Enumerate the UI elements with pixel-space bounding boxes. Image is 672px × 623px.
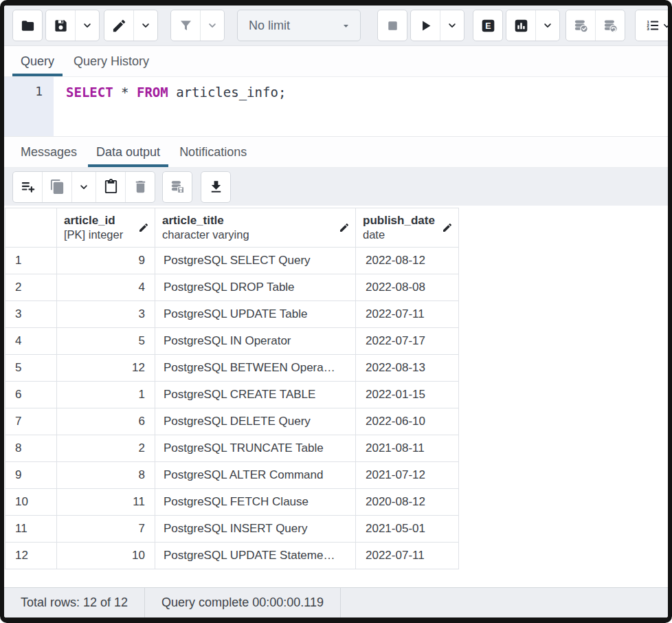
row-number-cell[interactable]: 6: [5, 382, 57, 408]
screenshot-frame: No limitE123 Query Query History 1 SELEC…: [0, 0, 672, 623]
article-id-cell[interactable]: 4: [57, 274, 155, 301]
publish-date-cell[interactable]: 2022-08-12: [356, 248, 459, 274]
article-title-cell[interactable]: PostgreSQL FETCH Clause: [155, 489, 356, 516]
row-number-cell[interactable]: 12: [5, 543, 57, 569]
row-number-cell[interactable]: 10: [5, 489, 57, 516]
publish-date-cell[interactable]: 2022-08-08: [356, 274, 459, 301]
row-number-cell[interactable]: 5: [5, 355, 57, 382]
publish-date-cell[interactable]: 2022-07-17: [356, 328, 459, 355]
tab-data-output[interactable]: Data output: [87, 137, 170, 167]
play-icon: [418, 18, 434, 34]
article-title-cell[interactable]: PostgreSQL UPDATE Table: [155, 301, 356, 328]
article-title-cell[interactable]: PostgreSQL BETWEEN Opera…: [155, 355, 356, 382]
table-row: 45PostgreSQL IN Operator2022-07-17: [5, 328, 459, 355]
paste-icon: [103, 179, 119, 195]
row-number-cell[interactable]: 9: [5, 462, 57, 489]
column-header-article-id[interactable]: article_id [PK] integer: [57, 208, 155, 248]
explain-button[interactable]: E: [473, 10, 502, 41]
row-number-cell[interactable]: 3: [5, 301, 57, 328]
column-header-publish-date[interactable]: publish_date date: [356, 208, 459, 248]
article-id-cell[interactable]: 7: [57, 516, 155, 543]
download-button[interactable]: [201, 172, 230, 202]
edit-button[interactable]: [104, 10, 133, 41]
publish-date-cell[interactable]: 2022-06-10: [356, 408, 459, 435]
tab-messages[interactable]: Messages: [11, 137, 87, 167]
chevron-down-icon: [661, 20, 668, 32]
article-id-cell[interactable]: 5: [57, 328, 155, 355]
tab-query-history[interactable]: Query History: [64, 46, 159, 76]
delete-button[interactable]: [125, 172, 155, 202]
article-id-cell[interactable]: 6: [57, 408, 155, 435]
article-id-cell[interactable]: 9: [57, 248, 155, 274]
open-file-button[interactable]: [13, 10, 42, 41]
execute-button[interactable]: [411, 10, 440, 41]
tab-notifications[interactable]: Notifications: [170, 137, 256, 167]
publish-date-cell[interactable]: 2022-07-11: [356, 543, 459, 569]
article-id-cell[interactable]: 1: [57, 382, 155, 408]
paste-button[interactable]: [96, 172, 125, 202]
article-id-cell[interactable]: 10: [57, 543, 155, 569]
publish-date-cell[interactable]: 2022-07-11: [356, 301, 459, 328]
article-id-cell[interactable]: 2: [57, 435, 155, 462]
article-title-cell[interactable]: PostgreSQL DROP Table: [155, 274, 356, 301]
column-type: date: [363, 228, 435, 242]
select-all-corner[interactable]: [5, 208, 57, 248]
row-limit-select[interactable]: No limit: [237, 10, 361, 41]
folder-icon: [20, 18, 36, 34]
column-header-article-title[interactable]: article_title character varying: [155, 208, 356, 248]
publish-date-cell[interactable]: 2021-05-01: [356, 516, 459, 543]
explain-menu-button[interactable]: [535, 10, 559, 41]
article-title-cell[interactable]: PostgreSQL IN Operator: [155, 328, 356, 355]
query-complete-status: Query complete 00:00:00.119: [145, 588, 341, 617]
rollback-button[interactable]: [595, 10, 625, 41]
tab-label: Notifications: [179, 145, 247, 160]
chevron-down-icon: [81, 19, 93, 32]
rollback-icon: [603, 18, 618, 34]
article-title-cell[interactable]: PostgreSQL TRUNCATE Table: [155, 435, 356, 462]
filter-menu-button[interactable]: [200, 10, 224, 41]
edit-column-icon[interactable]: [336, 222, 350, 233]
tab-query[interactable]: Query: [11, 46, 64, 76]
row-number-cell[interactable]: 8: [5, 435, 57, 462]
explain-analyze-button[interactable]: [506, 10, 535, 41]
sql-code[interactable]: SELECT * FROM articles_info;: [54, 77, 286, 136]
article-id-cell[interactable]: 8: [57, 462, 155, 489]
copy-button[interactable]: [42, 172, 71, 202]
save-menu-button[interactable]: [75, 10, 99, 41]
execute-group: [410, 10, 464, 41]
article-title-cell[interactable]: PostgreSQL SELECT Query: [155, 248, 356, 274]
article-title-cell[interactable]: PostgreSQL CREATE TABLE: [155, 382, 356, 408]
stop-button[interactable]: [378, 10, 407, 41]
publish-date-cell[interactable]: 2022-01-15: [356, 382, 459, 408]
add-row-button[interactable]: [13, 172, 42, 202]
row-number-cell[interactable]: 4: [5, 328, 57, 355]
article-id-cell[interactable]: 11: [57, 489, 155, 516]
article-title-cell[interactable]: PostgreSQL DELETE Query: [155, 408, 356, 435]
filter-button[interactable]: [171, 10, 200, 41]
article-title-cell[interactable]: PostgreSQL UPDATE Stateme…: [155, 543, 356, 569]
save-button[interactable]: [46, 10, 75, 41]
publish-date-cell[interactable]: 2021-08-11: [356, 435, 459, 462]
edit-column-icon[interactable]: [135, 222, 149, 233]
macros-button[interactable]: 123: [636, 10, 668, 41]
publish-date-cell[interactable]: 2021-07-12: [356, 462, 459, 489]
article-title-cell[interactable]: PostgreSQL INSERT Query: [155, 516, 356, 543]
row-number-cell[interactable]: 11: [5, 516, 57, 543]
article-id-cell[interactable]: 12: [57, 355, 155, 382]
execute-menu-button[interactable]: [440, 10, 464, 41]
publish-date-cell[interactable]: 2022-08-13: [356, 355, 459, 382]
sql-editor[interactable]: 1 SELECT * FROM articles_info;: [4, 77, 668, 136]
edit-menu-button[interactable]: [133, 10, 157, 41]
row-number-cell[interactable]: 2: [5, 274, 57, 301]
article-id-cell[interactable]: 3: [57, 301, 155, 328]
save-data-changes-button[interactable]: [163, 172, 192, 202]
row-number-cell[interactable]: 1: [5, 248, 57, 274]
copy-menu-button[interactable]: [71, 172, 96, 202]
publish-date-cell[interactable]: 2020-08-12: [356, 489, 459, 516]
commit-button[interactable]: [566, 10, 595, 41]
data-output-toolbar: [4, 168, 668, 206]
svg-text:E: E: [485, 21, 491, 30]
article-title-cell[interactable]: PostgreSQL ALTER Command: [155, 462, 356, 489]
edit-column-icon[interactable]: [439, 222, 453, 233]
row-number-cell[interactable]: 7: [5, 408, 57, 435]
